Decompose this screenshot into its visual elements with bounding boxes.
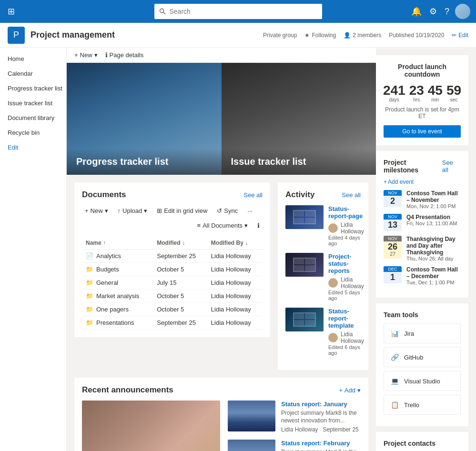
- milestone-info: Contoso Town Hall – November Mon, Nov 2;…: [406, 190, 461, 209]
- announcements-list: Status report: January Project summary M…: [228, 401, 361, 451]
- activity-item[interactable]: Project-status-reports Lidia Holloway Ed…: [285, 253, 361, 301]
- sidebar-item-issue[interactable]: Issue tracker list: [0, 96, 66, 110]
- activity-item[interactable]: Status-report-template Lidia Holloway Ed…: [285, 308, 361, 356]
- docs-new-button[interactable]: + New ▾: [82, 205, 111, 216]
- add-event-button[interactable]: + Add event: [384, 179, 461, 185]
- milestone-day: 13: [386, 220, 399, 229]
- announcements-add-button[interactable]: + Add ▾: [339, 387, 361, 394]
- milestone-name: Contoso Town Hall – December: [406, 266, 461, 280]
- file-icon: 📄: [86, 252, 93, 260]
- tool-icon: 🔗: [390, 352, 399, 362]
- docs-sync-button[interactable]: ↺ Sync: [214, 205, 241, 216]
- tool-item[interactable]: 📊 Jira: [384, 323, 461, 343]
- countdown-timer: 241 days 23 hrs 45 min 59 sec: [384, 84, 461, 102]
- search-bar[interactable]: [154, 4, 322, 19]
- milestone-item[interactable]: NOV 2627 Thanksgiving Day and Day after …: [384, 236, 461, 261]
- countdown-days: 241 days: [383, 84, 405, 102]
- announcement-item[interactable]: Status report: February Project summary …: [228, 440, 361, 451]
- docs-more-button[interactable]: ···: [244, 205, 255, 216]
- milestone-date: NOV 2: [384, 190, 402, 207]
- table-row[interactable]: 📁General July 15 Lidia Holloway: [82, 276, 263, 290]
- milestone-day: 26: [386, 242, 399, 251]
- tool-item[interactable]: 💻 Visual Studio: [384, 371, 461, 391]
- cell-name: 📁General: [82, 276, 153, 290]
- col-name[interactable]: Name ↑: [82, 237, 153, 250]
- countdown-card: Product launch countdown 241 days 23 hrs…: [376, 55, 468, 145]
- edit-button[interactable]: ✏ Edit: [452, 32, 468, 39]
- published-date: Published 10/19/2020: [389, 32, 444, 39]
- page-details-button[interactable]: ℹ Page details: [105, 51, 144, 59]
- announcement-item-title: Status report: January: [281, 401, 361, 408]
- content-area: + New ▾ ℹ Page details Progress tracker …: [67, 48, 376, 451]
- private-group-label: Private group: [263, 32, 297, 39]
- hero-banner-issue[interactable]: Issue tracker list: [222, 63, 376, 175]
- milestone-info: Thanksgiving Day and Day after Thanksgiv…: [406, 236, 461, 261]
- people-icon: 👤: [344, 32, 351, 39]
- table-row[interactable]: 📁Market analysis October 5 Lidia Hollowa…: [82, 290, 263, 303]
- col-modified-by[interactable]: Modified By ↓: [207, 237, 263, 250]
- cell-modified: October 5: [153, 263, 207, 276]
- help-icon[interactable]: ?: [443, 5, 451, 19]
- docs-upload-button[interactable]: ↑ Upload ▾: [115, 205, 151, 216]
- activity-thumbnail: [285, 308, 324, 331]
- activity-item[interactable]: Status-report-page Lidia Holloway Edited…: [285, 205, 361, 246]
- user-avatar[interactable]: [455, 4, 470, 19]
- milestones-card: Project milestones See all + Add event N…: [376, 151, 468, 298]
- search-input[interactable]: [170, 8, 317, 15]
- sidebar-item-calendar[interactable]: Calendar: [0, 66, 66, 81]
- milestone-item[interactable]: NOV 13 Q4 Presentation Fri, Nov 13; 11:0…: [384, 214, 461, 231]
- sidebar-item-home[interactable]: Home: [0, 51, 66, 66]
- sync-icon: ↺: [217, 207, 222, 214]
- waffle-icon[interactable]: ⊞: [6, 4, 17, 19]
- announcement-featured[interactable]: Status report: April Project summary Mar…: [82, 401, 220, 451]
- cell-modified-by: Lidia Holloway: [207, 263, 263, 276]
- sidebar-item-recycle[interactable]: Recycle bin: [0, 125, 66, 140]
- milestone-name: Contoso Town Hall – November: [406, 190, 461, 203]
- members-button[interactable]: 👤 2 members: [344, 32, 381, 39]
- milestone-day2: 27: [386, 251, 399, 257]
- milestone-name: Q4 Presentation: [406, 214, 461, 220]
- announcement-item-title: Status report: February: [281, 440, 361, 447]
- notification-icon[interactable]: 🔔: [409, 4, 424, 19]
- tool-item[interactable]: 📋 Trello: [384, 395, 461, 415]
- team-tools-title: Team tools: [384, 311, 461, 319]
- activity-item-title: Status-report-template: [328, 308, 364, 329]
- milestone-item[interactable]: DEC 1 Contoso Town Hall – December Tue, …: [384, 266, 461, 285]
- new-button[interactable]: + New ▾: [74, 51, 98, 59]
- docs-edit-grid-button[interactable]: ⊞ Edit in grid view: [154, 205, 210, 216]
- sidebar-item-library[interactable]: Document library: [0, 110, 66, 125]
- activity-author-avatar: [328, 223, 338, 233]
- table-row[interactable]: 📁Presentations September 25 Lidia Hollow…: [82, 316, 263, 330]
- documents-see-all[interactable]: See all: [243, 191, 263, 199]
- hero-banner-progress[interactable]: Progress tracker list: [67, 63, 222, 175]
- announcements-grid: Status report: April Project summary Mar…: [82, 401, 361, 451]
- table-row[interactable]: 📄Analytics September 25 Lidia Holloway: [82, 250, 263, 263]
- sidebar-item-progress[interactable]: Progress tracker list: [0, 81, 66, 96]
- sidebar-edit-button[interactable]: Edit: [0, 140, 66, 155]
- docs-filter-button[interactable]: ≡ All Documents ▾: [194, 220, 251, 231]
- docs-activity-row: Documents See all + New ▾ ↑ Upload ▾: [67, 175, 376, 378]
- milestone-item[interactable]: NOV 2 Contoso Town Hall – November Mon, …: [384, 190, 461, 209]
- milestones-see-all[interactable]: See all: [442, 159, 461, 173]
- milestone-date: NOV 13: [384, 214, 402, 231]
- following-button[interactable]: ★ Following: [304, 32, 336, 39]
- tool-item[interactable]: 🔗 GitHub: [384, 347, 461, 367]
- team-tools-card: Team tools 📊 Jira 🔗 GitHub 💻 Visual Stud…: [376, 303, 468, 426]
- table-row[interactable]: 📁One pagers October 5 Lidia Holloway: [82, 303, 263, 316]
- live-event-button[interactable]: Go to live event: [384, 125, 461, 138]
- milestone-month: NOV: [384, 236, 402, 241]
- milestone-day: 2: [386, 197, 399, 205]
- documents-header: Documents See all: [82, 190, 263, 200]
- announcement-item[interactable]: Status report: January Project summary M…: [228, 401, 361, 433]
- activity-see-all[interactable]: See all: [342, 191, 361, 199]
- folder-icon: 📁: [86, 292, 93, 300]
- activity-section: Activity See all Status-report-page Lidi…: [278, 182, 368, 370]
- activity-info: Project-status-reports Lidia Holloway Ed…: [328, 253, 364, 301]
- docs-info-button[interactable]: ℹ: [254, 220, 263, 231]
- tool-icon: 📋: [390, 400, 399, 410]
- sidebar: Home Calendar Progress tracker list Issu…: [0, 48, 67, 451]
- settings-icon[interactable]: ⚙: [427, 4, 439, 19]
- col-modified[interactable]: Modified ↓: [153, 237, 207, 250]
- milestone-month: NOV: [384, 214, 402, 220]
- table-row[interactable]: 📁Budgets October 5 Lidia Holloway: [82, 263, 263, 276]
